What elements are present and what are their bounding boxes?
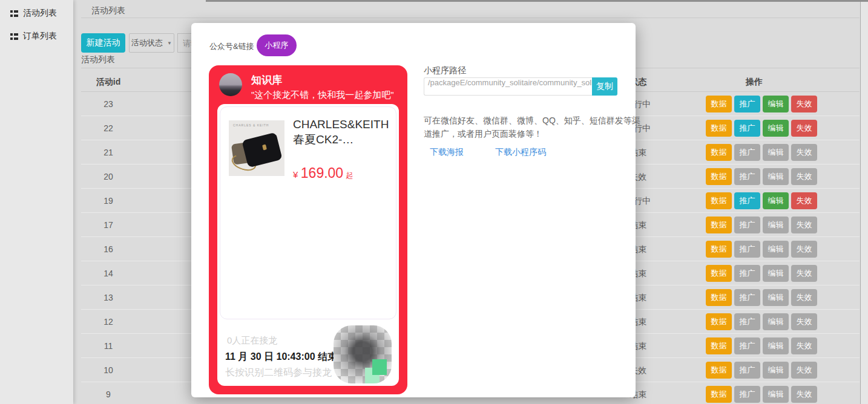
- action-edit-button[interactable]: 编辑: [763, 144, 789, 161]
- action-promote-button[interactable]: 推广: [734, 289, 760, 306]
- action-data-button[interactable]: 数据: [706, 217, 732, 233]
- action-data-button[interactable]: 数据: [706, 168, 732, 185]
- row-actions: 数据推广编辑失效: [706, 313, 817, 330]
- action-promote-button[interactable]: 推广: [734, 313, 760, 330]
- action-promote-button[interactable]: 推广: [734, 192, 760, 209]
- column-header-activity-id: 活动id: [81, 71, 136, 92]
- action-data-button[interactable]: 数据: [706, 96, 732, 112]
- copy-button[interactable]: 复制: [592, 77, 617, 96]
- price-amount: 169.00: [301, 165, 343, 181]
- mini-program-path-label: 小程序路径: [424, 65, 466, 76]
- action-promote-button[interactable]: 推广: [734, 337, 760, 354]
- activity-id-cell: 10: [81, 358, 136, 382]
- row-actions: 数据推广编辑失效: [706, 337, 817, 354]
- action-data-button[interactable]: 数据: [706, 337, 732, 354]
- action-data-button[interactable]: 数据: [706, 120, 732, 137]
- action-promote-button[interactable]: 推广: [734, 217, 760, 233]
- download-poster-link[interactable]: 下载海报: [430, 147, 464, 158]
- row-actions: 数据推广编辑失效: [706, 168, 817, 185]
- sidebar-item-activity-list[interactable]: 活动列表: [0, 6, 73, 21]
- row-actions: 数据推广编辑失效: [706, 362, 817, 379]
- action-edit-button[interactable]: 编辑: [763, 313, 789, 330]
- action-edit-button[interactable]: 编辑: [763, 241, 789, 258]
- action-invalidate-button[interactable]: 失效: [791, 168, 817, 185]
- action-promote-button[interactable]: 推广: [734, 168, 760, 185]
- action-data-button[interactable]: 数据: [706, 241, 732, 258]
- activity-id-cell: 19: [81, 189, 136, 213]
- new-activity-button[interactable]: 新建活动: [81, 33, 125, 53]
- scrollbar[interactable]: [860, 0, 868, 404]
- action-invalidate-button[interactable]: 失效: [791, 337, 817, 354]
- row-actions: 数据推广编辑失效: [706, 386, 817, 403]
- row-actions: 数据推广编辑失效: [706, 265, 817, 282]
- share-modal: 公众号&链接 小程序 知识库 "这个接龙不错，快和我一起参加吧" CHARLES…: [191, 23, 636, 397]
- avatar: [219, 73, 242, 96]
- action-data-button[interactable]: 数据: [706, 313, 732, 330]
- action-edit-button[interactable]: 编辑: [763, 120, 789, 137]
- action-promote-button[interactable]: 推广: [734, 362, 760, 379]
- activity-id-cell: 22: [81, 116, 136, 140]
- action-promote-button[interactable]: 推广: [734, 144, 760, 161]
- preview-title: 知识库: [251, 73, 282, 87]
- action-invalidate-button[interactable]: 失效: [791, 120, 817, 137]
- currency-symbol: ¥: [293, 169, 298, 180]
- row-actions: 数据推广编辑失效: [706, 289, 817, 306]
- product-image-brand-text: CHARLES & KEITH: [233, 123, 269, 127]
- mini-program-path-input[interactable]: /packageE/community_solitaire/community_…: [424, 77, 592, 96]
- activity-status-select[interactable]: 活动状态 ▼: [129, 33, 174, 53]
- action-edit-button[interactable]: 编辑: [763, 192, 789, 209]
- activity-id-cell: 14: [81, 261, 136, 285]
- action-invalidate-button[interactable]: 失效: [791, 241, 817, 258]
- sidebar-item-label: 订单列表: [23, 31, 57, 42]
- action-invalidate-button[interactable]: 失效: [791, 217, 817, 233]
- qr-code-image: [334, 325, 392, 383]
- share-tip-text: 可在微信好友、微信群、微博、QQ、知乎、短信群发等渠道推广，或者用户页面装修等！: [424, 114, 643, 140]
- action-promote-button[interactable]: 推广: [734, 265, 760, 282]
- action-data-button[interactable]: 数据: [706, 192, 732, 209]
- action-invalidate-button[interactable]: 失效: [791, 313, 817, 330]
- action-edit-button[interactable]: 编辑: [763, 386, 789, 403]
- action-invalidate-button[interactable]: 失效: [791, 192, 817, 209]
- tab-mini-program[interactable]: 小程序: [257, 34, 297, 56]
- action-invalidate-button[interactable]: 失效: [791, 386, 817, 403]
- row-actions: 数据推广编辑失效: [706, 217, 817, 233]
- action-invalidate-button[interactable]: 失效: [791, 289, 817, 306]
- action-data-button[interactable]: 数据: [706, 265, 732, 282]
- action-promote-button[interactable]: 推广: [734, 386, 760, 403]
- action-data-button[interactable]: 数据: [706, 386, 732, 403]
- action-edit-button[interactable]: 编辑: [763, 265, 789, 282]
- action-data-button[interactable]: 数据: [706, 289, 732, 306]
- poster-preview-card: 知识库 "这个接龙不错，快和我一起参加吧" CHARLES & KEITH CH…: [209, 65, 407, 394]
- activity-id-cell: 17: [81, 213, 136, 237]
- product-title: CHARLES&KEITH春夏CK2-20270602…: [293, 117, 396, 147]
- sidebar-item-order-list[interactable]: 订单列表: [0, 29, 73, 44]
- action-promote-button[interactable]: 推广: [734, 120, 760, 137]
- participants-count: 0人正在接龙: [227, 335, 277, 347]
- product-price: ¥ 169.00 起: [293, 165, 353, 181]
- activity-id-cell: 20: [81, 165, 136, 189]
- activity-id-cell: 11: [81, 334, 136, 358]
- action-edit-button[interactable]: 编辑: [763, 362, 789, 379]
- action-invalidate-button[interactable]: 失效: [791, 265, 817, 282]
- action-edit-button[interactable]: 编辑: [763, 337, 789, 354]
- row-actions: 数据推广编辑失效: [706, 96, 817, 112]
- action-promote-button[interactable]: 推广: [734, 241, 760, 258]
- row-actions: 数据推广编辑失效: [706, 120, 817, 137]
- action-edit-button[interactable]: 编辑: [763, 289, 789, 306]
- action-edit-button[interactable]: 编辑: [763, 168, 789, 185]
- action-data-button[interactable]: 数据: [706, 144, 732, 161]
- action-edit-button[interactable]: 编辑: [763, 96, 789, 112]
- sidebar: 活动列表 订单列表: [0, 0, 73, 404]
- download-qr-link[interactable]: 下载小程序码: [495, 147, 546, 158]
- action-invalidate-button[interactable]: 失效: [791, 144, 817, 161]
- tab-official-account-link[interactable]: 公众号&链接: [209, 41, 254, 52]
- action-invalidate-button[interactable]: 失效: [791, 96, 817, 112]
- scan-hint-text: 长按识别二维码参与接龙: [225, 367, 332, 379]
- sidebar-item-label: 活动列表: [23, 8, 57, 19]
- price-suffix: 起: [346, 171, 353, 180]
- action-invalidate-button[interactable]: 失效: [791, 362, 817, 379]
- action-edit-button[interactable]: 编辑: [763, 217, 789, 233]
- action-promote-button[interactable]: 推广: [734, 96, 760, 112]
- deadline-text: 11 月 30 日 10:43:00 结束: [225, 351, 337, 363]
- action-data-button[interactable]: 数据: [706, 362, 732, 379]
